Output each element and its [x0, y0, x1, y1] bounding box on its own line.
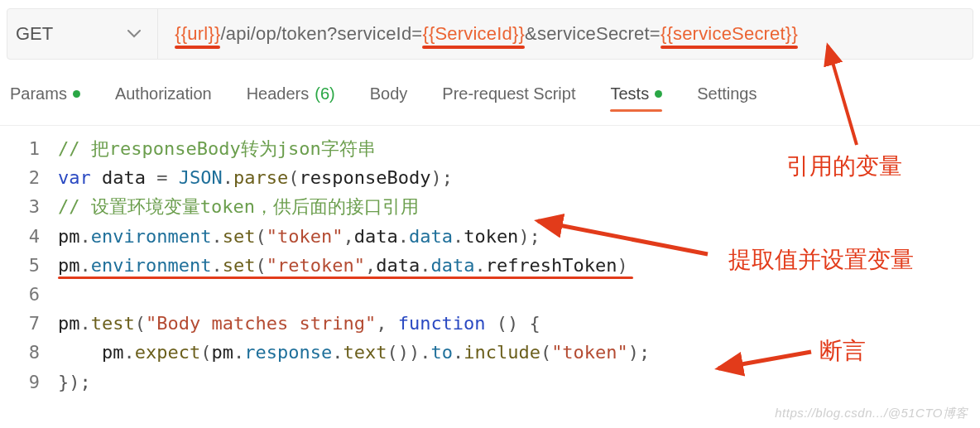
table-row: 4 pm.environment.set("token",data.data.t… [0, 222, 980, 251]
url-var-serviceid: {{ServiceId}} [422, 23, 525, 44]
code-line: }); [58, 368, 91, 397]
request-tabs: Params Authorization Headers (6) Body Pr… [0, 60, 980, 115]
headers-count: (6) [315, 84, 334, 103]
code-line: // 设置环境变量token，供后面的接口引用 [58, 192, 419, 221]
line-number: 9 [0, 368, 58, 397]
url-seg1: /api/op/token?serviceId= [220, 23, 422, 44]
url-input[interactable]: {{url}}/api/op/token?serviceId={{Service… [158, 23, 964, 45]
url-var-servicesecret: {{serviceSecret}} [661, 23, 798, 44]
code-line: pm.test("Body matches string", function … [58, 309, 540, 338]
method-label: GET [16, 23, 53, 45]
table-row: 8 pm.expect(pm.response.text()).to.inclu… [0, 338, 980, 367]
tests-editor[interactable]: 1 // 把responseBody转为json字符串 2 var data =… [0, 125, 980, 397]
watermark: https://blog.csdn.../@51CTO博客 [775, 406, 968, 421]
table-row: 9 }); [0, 368, 980, 397]
line-number: 7 [0, 309, 58, 338]
table-row: 3 // 设置环境变量token，供后面的接口引用 [0, 192, 980, 221]
table-row: 5 pm.environment.set("retoken",data.data… [0, 251, 980, 280]
tab-params-label: Params [10, 84, 67, 103]
tab-authorization[interactable]: Authorization [115, 84, 212, 103]
line-number: 4 [0, 222, 58, 251]
line-number: 8 [0, 338, 58, 367]
tab-headers-label: Headers [247, 84, 310, 103]
tab-headers[interactable]: Headers (6) [247, 84, 335, 103]
table-row: 1 // 把responseBody转为json字符串 [0, 134, 980, 163]
code-line: var data = JSON.parse(responseBody); [58, 163, 453, 192]
url-seg2: &serviceSecret= [525, 23, 661, 44]
line-number: 5 [0, 251, 58, 280]
line-number: 2 [0, 163, 58, 192]
table-row: 7 pm.test("Body matches string", functio… [0, 309, 980, 338]
line-number: 1 [0, 134, 58, 163]
chevron-down-icon [127, 26, 141, 41]
tab-tests-label: Tests [610, 84, 649, 103]
code-line [58, 280, 69, 309]
code-line: pm.expect(pm.response.text()).to.include… [58, 338, 650, 367]
code-line: // 把responseBody转为json字符串 [58, 134, 376, 163]
status-dot-icon [73, 90, 80, 98]
tab-settings[interactable]: Settings [697, 84, 757, 103]
table-row: 2 var data = JSON.parse(responseBody); [0, 163, 980, 192]
method-dropdown[interactable]: GET [16, 9, 158, 59]
request-row: GET {{url}}/api/op/token?serviceId={{Ser… [7, 8, 973, 60]
url-var-url: {{url}} [175, 23, 220, 44]
code-line: pm.environment.set("retoken",data.data.r… [58, 251, 628, 280]
status-dot-icon [655, 90, 662, 98]
tab-params[interactable]: Params [10, 84, 80, 103]
table-row: 6 [0, 280, 980, 309]
line-number: 6 [0, 280, 58, 309]
tab-body[interactable]: Body [370, 84, 408, 103]
tab-prerequest[interactable]: Pre-request Script [442, 84, 575, 103]
tab-tests[interactable]: Tests [610, 84, 662, 103]
code-line: pm.environment.set("token",data.data.tok… [58, 222, 540, 251]
line-number: 3 [0, 192, 58, 221]
